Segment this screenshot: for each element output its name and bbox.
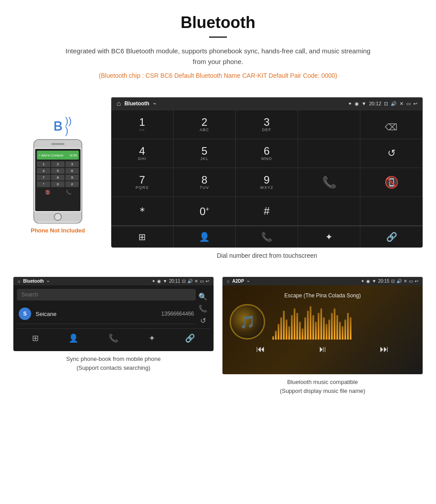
music-loc-icon: ◉ [366, 279, 370, 284]
music-home-icon[interactable]: ⌂ [227, 279, 230, 284]
title-divider [209, 36, 227, 38]
visualizer-bar [299, 322, 301, 340]
phone-call-row: 📵 📞 [37, 190, 79, 195]
phonebook-body: S Seicane 13566664466 🔍 📞 ↺ ⊞ 👤 📞 [13, 285, 214, 351]
visualizer-bar [302, 328, 303, 340]
play-pause-button[interactable]: ⏯ [318, 344, 327, 354]
nav-bluetooth[interactable]: ✦ [298, 226, 360, 248]
end-call-icon: 📵 [384, 176, 399, 189]
visualizer-bar [334, 308, 335, 340]
pb-home-icon[interactable]: ⌂ [18, 279, 20, 284]
visualizer-bar [296, 313, 298, 340]
usb-icon: ⌁ [153, 100, 156, 107]
visualizer-bar [304, 317, 306, 340]
pb-nav-dialpad[interactable]: ⊞ [32, 333, 39, 343]
visualizer-bar [320, 308, 322, 340]
phone-key-hash: # [65, 181, 79, 187]
phone-call-btn: 📞 [66, 190, 71, 195]
visualizer-bar [283, 311, 285, 340]
key-1[interactable]: 1 ○○ [111, 110, 174, 139]
key-6[interactable]: 6 MNO [236, 139, 298, 168]
pb-right-icons: 🔍 📞 ↺ [196, 289, 210, 328]
music-vol-icon: 🔊 [396, 279, 402, 284]
phone-key-5: 5 [51, 168, 65, 174]
page-header: Bluetooth Integrated with BC6 Bluetooth … [0, 0, 436, 88]
prev-button[interactable]: ⏮ [256, 344, 265, 354]
key-7[interactable]: 7 PQRS [111, 168, 174, 197]
pb-nav-calls[interactable]: 📞 [109, 333, 118, 343]
key-3[interactable]: 3 DEF [236, 110, 298, 139]
phone-top-bar [34, 140, 81, 148]
refresh-right-icon[interactable]: ↺ [198, 316, 207, 325]
phone-key-3: 3 [65, 161, 79, 167]
music-status-right: ✦ ◉ ▼ 20:15 ⊡ 🔊 ✕ ▭ ↩ [361, 279, 418, 284]
contact-row[interactable]: S Seicane 13566664466 [17, 304, 196, 324]
status-left: ⌂ Bluetooth ⌁ [117, 100, 156, 108]
pb-back-icon[interactable]: ↩ [206, 279, 209, 284]
pb-x-icon[interactable]: ✕ [194, 279, 198, 284]
backspace-button[interactable]: ⌫ [360, 110, 423, 139]
key-5[interactable]: 5 JKL [174, 139, 236, 168]
visualizer-bar [318, 313, 319, 340]
music-cam-icon: ⊡ [391, 279, 395, 284]
music-body: Escape (The Pina Colada Song) 🎵 ⏮ ⏯ ⏭ [222, 285, 423, 374]
pb-nav-contacts[interactable]: 👤 [69, 333, 78, 343]
key-star[interactable]: ＊ [111, 197, 174, 226]
visualizer-bar [294, 308, 295, 340]
nav-dialpad[interactable]: ⊞ [111, 226, 174, 248]
key-8[interactable]: 8 TUV [174, 168, 236, 197]
x-btn[interactable]: ✕ [400, 101, 404, 107]
backspace-icon: ⌫ [385, 122, 397, 132]
signal-waves-icon: ))) [65, 116, 72, 136]
pb-cam-icon: ⊡ [182, 279, 186, 284]
visualizer-bar [323, 317, 325, 340]
visualizer-bar [307, 311, 309, 340]
main-screen-caption: Dial number direct from touchscreen [111, 252, 423, 259]
search-icon[interactable]: 🔍 [198, 292, 207, 301]
visualizer-bar [339, 322, 341, 340]
phone-key-1: 1 [37, 161, 50, 167]
call-right-icon[interactable]: 📞 [198, 304, 207, 313]
visualizer-bar [328, 320, 330, 340]
number-display-area [298, 110, 360, 139]
next-button[interactable]: ⏭ [380, 344, 389, 354]
pb-nav-bluetooth[interactable]: ✦ [149, 333, 155, 343]
nav-contacts[interactable]: 👤 [174, 226, 236, 248]
key-9[interactable]: 9 WXYZ [236, 168, 298, 197]
phone-section: ʙ ))) + Add to Contacts M-50 1 2 3 4 5 6 [13, 97, 102, 234]
pb-vol-icon: 🔊 [187, 279, 193, 284]
contact-avatar: S [19, 308, 31, 320]
search-input[interactable] [17, 289, 196, 300]
refresh-button[interactable]: ↺ [360, 139, 423, 168]
music-usb-icon: ⌁ [247, 279, 250, 284]
music-x-icon[interactable]: ✕ [404, 279, 407, 284]
vol-icon: 🔊 [391, 101, 397, 107]
pb-status-left: ⌂ Bluetooth ⌁ [18, 279, 49, 284]
nav-link[interactable]: 🔗 [360, 226, 423, 248]
status-right: ✦ ◉ ▼ 20:12 ⊡ 🔊 ✕ ▭ ↩ [348, 101, 417, 107]
call-button[interactable]: 📞 [298, 168, 360, 197]
empty-cell-2 [298, 197, 360, 226]
music-note-icon: 🎵 [240, 315, 255, 329]
phone-key-7: 7 [37, 175, 50, 180]
phonebook-display: ⌂ Bluetooth ⌁ ✦ ◉ ▼ 20:11 ⊡ 🔊 ✕ ▭ ↩ [13, 277, 214, 351]
phone-key-8: 8 [51, 175, 65, 180]
pb-status-bar: ⌂ Bluetooth ⌁ ✦ ◉ ▼ 20:11 ⊡ 🔊 ✕ ▭ ↩ [13, 277, 214, 285]
key-0[interactable]: 0+ [174, 197, 236, 226]
bt-status-icon: ✦ [348, 101, 352, 107]
home-icon[interactable]: ⌂ [117, 100, 121, 108]
nav-calls[interactable]: 📞 [236, 226, 298, 248]
key-2[interactable]: 2 ABC [174, 110, 236, 139]
phone-dialpad: 1 2 3 4 5 6 7 8 9 * 0 # [37, 161, 79, 187]
visualizer-bar [275, 331, 277, 340]
pb-sq-icon: ▭ [200, 279, 204, 284]
end-call-button[interactable]: 📵 [360, 168, 423, 197]
key-hash[interactable]: # [236, 197, 298, 226]
visualizer-bar [350, 317, 351, 340]
pb-nav-link[interactable]: 🔗 [185, 333, 195, 343]
header-specs: (Bluetooth chip : CSR BC6 Default Blueto… [62, 71, 374, 80]
key-4[interactable]: 4 GHI [111, 139, 174, 168]
visualizer-bar [312, 315, 314, 340]
music-back-icon[interactable]: ↩ [415, 279, 418, 284]
back-icon[interactable]: ↩ [413, 101, 417, 107]
